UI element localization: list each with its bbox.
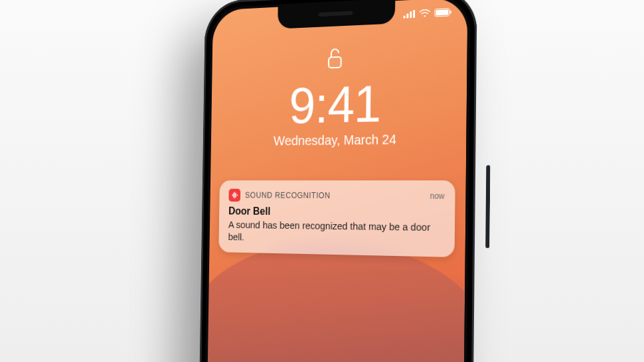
notification-body: A sound has been recognized that may be …: [228, 218, 445, 247]
stage: 9:41 Wednesday, March 24 SOUND RECOGNITI…: [0, 0, 644, 362]
notification-card[interactable]: SOUND RECOGNITION now Door Bell A sound …: [218, 180, 455, 257]
wifi-icon: [419, 9, 431, 19]
svg-point-4: [424, 15, 426, 17]
notification-title: Door Bell: [228, 206, 444, 219]
notification-timestamp: now: [430, 191, 445, 200]
power-button[interactable]: [485, 165, 490, 248]
notification-header: SOUND RECOGNITION now: [228, 189, 444, 203]
svg-rect-5: [435, 8, 449, 16]
svg-rect-2: [410, 11, 412, 18]
notification-app-name: SOUND RECOGNITION: [245, 191, 425, 201]
lock-screen-header: 9:41 Wednesday, March 24: [211, 42, 467, 149]
sound-recognition-icon: [228, 189, 240, 202]
phone-device: 9:41 Wednesday, March 24 SOUND RECOGNITI…: [197, 0, 477, 362]
cellular-signal-icon: [404, 9, 416, 20]
svg-rect-3: [413, 9, 415, 17]
phone-screen[interactable]: 9:41 Wednesday, March 24 SOUND RECOGNITI…: [204, 0, 467, 362]
lock-screen-time: 9:41: [211, 75, 467, 132]
svg-rect-6: [436, 9, 448, 15]
battery-icon: [434, 8, 451, 19]
lock-screen-date: Wednesday, March 24: [211, 131, 467, 150]
unlock-icon: [327, 47, 343, 73]
svg-rect-1: [406, 13, 408, 18]
svg-rect-8: [329, 57, 341, 68]
svg-rect-7: [450, 10, 451, 13]
svg-rect-0: [404, 15, 406, 18]
